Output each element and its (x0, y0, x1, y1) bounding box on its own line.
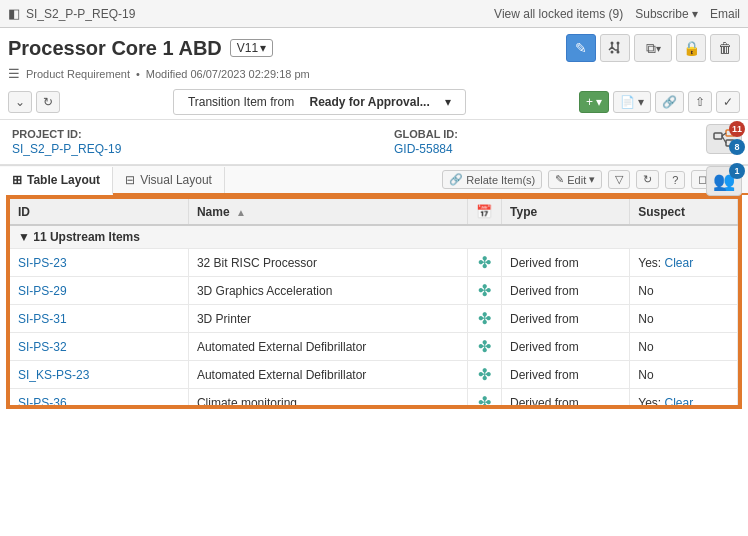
check-button[interactable]: ✓ (716, 91, 740, 113)
cell-name: Climate monitoring (188, 389, 467, 408)
cell-icon: ✤ (468, 277, 502, 305)
table-row: SI-PS-313D Printer✤Derived fromNo (10, 305, 738, 333)
global-id-value: GID-55884 (394, 142, 736, 156)
view-all-locked-link[interactable]: View all locked items (9) (494, 7, 623, 21)
help-icon: ? (672, 174, 678, 186)
branch-button[interactable] (600, 34, 630, 62)
type-icon: ☰ (8, 66, 20, 81)
cell-type: Derived from (502, 277, 630, 305)
clear-link[interactable]: Clear (665, 256, 694, 270)
cell-type: Derived from (502, 249, 630, 277)
cell-name: Automated External Defibrillator (188, 361, 467, 389)
refresh-button[interactable]: ↻ (36, 91, 60, 113)
share-button[interactable]: ⇧ (688, 91, 712, 113)
relate-items-button[interactable]: 🔗 Relate Item(s) (442, 170, 542, 189)
group-label: ▼ 11 Upstream Items (10, 225, 738, 249)
cell-suspect: No (630, 333, 738, 361)
relate-label: Relate Item(s) (466, 174, 535, 186)
cell-suspect: Yes: Clear (630, 389, 738, 408)
col-suspect[interactable]: Suspect (630, 199, 738, 225)
filter-button[interactable]: ▽ (608, 170, 630, 189)
item-id-link[interactable]: SI-PS-32 (18, 340, 67, 354)
puzzle-icon: ✤ (478, 338, 491, 355)
lock-button[interactable]: 🔒 (676, 34, 706, 62)
connections-badge[interactable]: 11 8 (706, 124, 742, 154)
table-row: SI-PS-2332 Bit RISC Processor✤Derived fr… (10, 249, 738, 277)
cell-name: 3D Graphics Acceleration (188, 277, 467, 305)
delete-button[interactable]: 🗑 (710, 34, 740, 62)
cell-suspect: No (630, 277, 738, 305)
version-selector[interactable]: V11 ▾ (230, 39, 273, 57)
collapse-button[interactable]: ⌄ (8, 91, 32, 113)
help-button[interactable]: ? (665, 171, 685, 189)
puzzle-icon: ✤ (478, 366, 491, 383)
breadcrumb-area: ◧ SI_S2_P-P_REQ-19 (8, 6, 135, 21)
cell-icon: ✤ (468, 361, 502, 389)
cell-type: Derived from (502, 305, 630, 333)
svg-line-8 (722, 136, 726, 143)
cell-id: SI-PS-31 (10, 305, 188, 333)
add-button[interactable]: + ▾ (579, 91, 609, 113)
tab-table-layout[interactable]: ⊞ Table Layout (0, 167, 113, 195)
cell-suspect: No (630, 305, 738, 333)
global-id-block: GLOBAL ID: GID-55884 (394, 128, 736, 156)
clear-link[interactable]: Clear (665, 396, 694, 408)
project-id-link[interactable]: SI_S2_P-P_REQ-19 (12, 142, 121, 156)
tab-visual-layout[interactable]: ⊟ Visual Layout (113, 167, 225, 193)
edit-icon: ✎ (555, 173, 564, 186)
global-id-link[interactable]: GID-55884 (394, 142, 453, 156)
transition-label: Transition Item from (188, 95, 294, 109)
svg-point-3 (617, 51, 620, 54)
item-id-link[interactable]: SI-PS-29 (18, 284, 67, 298)
cell-id: SI-PS-23 (10, 249, 188, 277)
link-button[interactable]: 🔗 (655, 91, 684, 113)
cell-name: Automated External Defibrillator (188, 333, 467, 361)
item-id-link[interactable]: SI-PS-31 (18, 312, 67, 326)
puzzle-icon: ✤ (478, 282, 491, 299)
item-id-link[interactable]: SI-PS-23 (18, 256, 67, 270)
email-link[interactable]: Email (710, 7, 740, 21)
cell-suspect: No (630, 361, 738, 389)
edit-arrow: ▾ (589, 173, 595, 186)
side-badges: 11 8 👥 1 (706, 124, 742, 196)
edit-button[interactable]: ✎ (566, 34, 596, 62)
puzzle-icon: ✤ (478, 394, 491, 407)
table-layout-icon: ⊞ (12, 173, 22, 187)
title-actions: ✎ ⧉▾ 🔒 🗑 (566, 34, 740, 62)
item-id-link[interactable]: SI-PS-36 (18, 396, 67, 408)
cell-icon: ✤ (468, 249, 502, 277)
table-scroll[interactable]: ID Name ▲ 📅 Type Suspect ▼ 11 Upstream I… (8, 197, 740, 407)
cell-type: Derived from (502, 389, 630, 408)
table-row: SI-PS-293D Graphics Acceleration✤Derived… (10, 277, 738, 305)
svg-rect-4 (714, 133, 722, 139)
edit-dropdown-button[interactable]: ✎ Edit ▾ (548, 170, 602, 189)
col-id[interactable]: ID (10, 199, 188, 225)
subscribe-link[interactable]: Subscribe ▾ (635, 7, 698, 21)
col-name[interactable]: Name ▲ (188, 199, 467, 225)
people-badge[interactable]: 👥 1 (706, 166, 742, 196)
people-count: 1 (729, 163, 745, 179)
toolbar-row: ⌄ ↻ Transition Item from Ready for Appro… (0, 85, 748, 120)
item-id-link[interactable]: SI_KS-PS-23 (18, 368, 89, 382)
modified-date: Modified 06/07/2023 02:29:18 pm (146, 68, 310, 80)
copy-dropdown-button[interactable]: ⧉▾ (634, 34, 672, 62)
tab-right-actions: 🔗 Relate Item(s) ✎ Edit ▾ ▽ ↻ ? ◻ Hide (434, 166, 748, 193)
table-row: SI_KS-PS-23Automated External Defibrilla… (10, 361, 738, 389)
svg-point-2 (617, 42, 620, 45)
cell-suspect: Yes: Clear (630, 249, 738, 277)
col-type[interactable]: Type (502, 199, 630, 225)
transition-area: Transition Item from Ready for Approval.… (60, 89, 579, 115)
toolbar-left: ⌄ ↻ (8, 91, 60, 113)
items-table: ID Name ▲ 📅 Type Suspect ▼ 11 Upstream I… (10, 199, 738, 407)
tab-refresh-button[interactable]: ↻ (636, 170, 659, 189)
item-type: Product Requirement (26, 68, 130, 80)
cell-id: SI-PS-29 (10, 277, 188, 305)
tab-row: ⊞ Table Layout ⊟ Visual Layout 🔗 Relate … (0, 166, 748, 195)
transition-button[interactable]: Transition Item from Ready for Approval.… (173, 89, 466, 115)
top-bar-actions: View all locked items (9) Subscribe ▾ Em… (494, 7, 740, 21)
filter-icon: ▽ (615, 173, 623, 186)
group-row: ▼ 11 Upstream Items (10, 225, 738, 249)
transition-bold-label: Ready for Approval... (309, 95, 429, 109)
breadcrumb: SI_S2_P-P_REQ-19 (26, 7, 135, 21)
doc-button[interactable]: 📄 ▾ (613, 91, 651, 113)
